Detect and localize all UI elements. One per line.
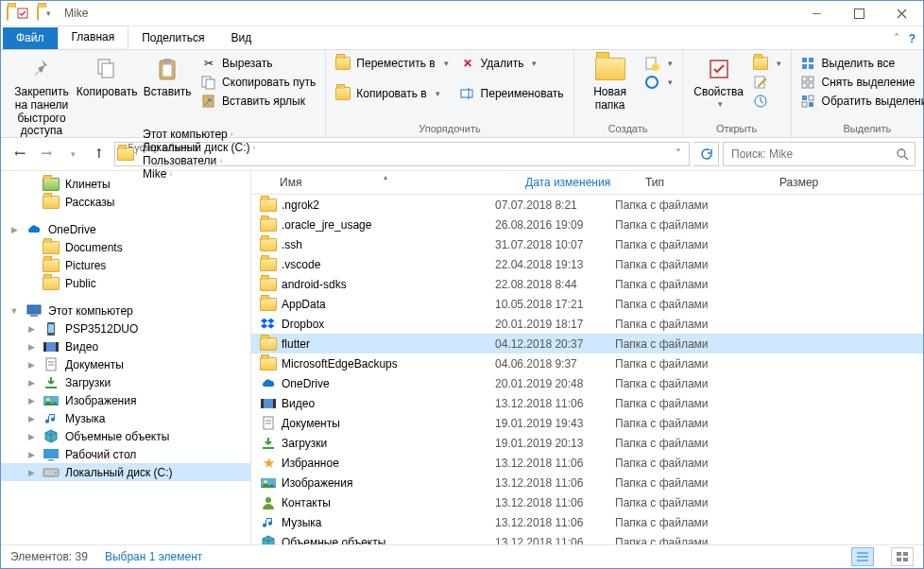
tree-item[interactable]: Public xyxy=(1,274,250,292)
file-row[interactable]: Контакты13.12.2018 11:06Папка с файлами xyxy=(251,492,923,512)
expand-icon[interactable]: ▶ xyxy=(26,360,37,370)
tree-item[interactable]: Клинеты xyxy=(1,175,250,193)
search-icon[interactable] xyxy=(896,147,909,161)
file-row[interactable]: android-sdks22.08.2018 8:44Папка с файла… xyxy=(251,274,923,294)
view-details-button[interactable] xyxy=(851,547,874,566)
copy-to-button[interactable]: Копировать в▾ xyxy=(334,84,450,103)
view-icons-button[interactable] xyxy=(891,547,914,566)
copy-button[interactable]: Копировать xyxy=(77,52,137,101)
delete-button[interactable]: ✕Удалить▾ xyxy=(458,54,566,73)
tree-item[interactable]: ▶Музыка xyxy=(1,409,250,427)
new-folder-button[interactable]: Новая папка xyxy=(580,52,641,114)
chevron-right-icon[interactable]: › xyxy=(231,129,233,139)
search-input[interactable] xyxy=(723,142,915,166)
tab-view[interactable]: Вид xyxy=(217,27,265,49)
new-item-button[interactable]: ▾ xyxy=(642,54,675,73)
copy-path-button[interactable]: Скопировать путь xyxy=(199,73,317,92)
easy-access-button[interactable]: ▾ xyxy=(642,73,675,92)
refresh-button[interactable] xyxy=(693,142,719,166)
col-name[interactable]: Имя xyxy=(251,176,520,189)
expand-icon[interactable]: ▶ xyxy=(26,432,37,441)
crumb[interactable]: Этот компьютер › xyxy=(139,128,260,141)
crumb[interactable]: Пользователи › xyxy=(139,154,260,167)
up-button[interactable]: 🠕 xyxy=(88,143,111,165)
expand-icon[interactable]: ▶ xyxy=(26,342,37,352)
tab-home[interactable]: Главная xyxy=(58,26,129,49)
expand-icon[interactable]: ▶ xyxy=(26,396,37,405)
close-button[interactable] xyxy=(881,1,923,26)
file-row[interactable]: Изображения13.12.2018 11:06Папка с файла… xyxy=(251,473,923,492)
cut-button[interactable]: ✂Вырезать xyxy=(199,54,317,73)
col-size[interactable]: Размер xyxy=(774,176,861,189)
breadcrumb[interactable]: › Этот компьютер ›Локальный диск (C:) ›П… xyxy=(114,142,690,166)
properties-button[interactable]: Свойства▾ xyxy=(689,52,749,111)
file-row[interactable]: .ngrok207.07.2018 8:21Папка с файлами xyxy=(251,195,923,215)
address-dropdown-icon[interactable]: ˅ xyxy=(670,147,687,161)
expand-icon[interactable]: ▶ xyxy=(9,225,20,234)
tree-item[interactable]: Рассказы xyxy=(1,193,250,211)
nav-tree[interactable]: КлинетыРассказы▶OneDriveDocumentsPicture… xyxy=(1,171,251,544)
chevron-right-icon[interactable]: › xyxy=(135,149,138,159)
recent-button[interactable]: ▾ xyxy=(61,143,84,165)
paste-shortcut-button[interactable]: Вставить ярлык xyxy=(199,92,317,111)
move-to-button[interactable]: Переместить в▾ xyxy=(334,54,450,73)
expand-icon[interactable]: ▶ xyxy=(26,378,37,388)
qat-props-icon[interactable] xyxy=(16,7,29,20)
col-type[interactable]: Тип xyxy=(640,176,774,189)
file-row[interactable]: Музыка13.12.2018 11:06Папка с файлами xyxy=(251,512,923,532)
qat-dropdown-icon[interactable]: ▾ xyxy=(46,9,51,18)
file-row[interactable]: Видео13.12.2018 11:06Папка с файлами xyxy=(251,393,923,413)
file-row[interactable]: Документы19.01.2019 19:43Папка с файлами xyxy=(251,413,923,433)
file-row[interactable]: ★Избранное13.12.2018 11:06Папка с файлам… xyxy=(251,453,923,473)
forward-button[interactable]: 🠖 xyxy=(35,143,58,165)
expand-icon[interactable]: ▶ xyxy=(26,414,37,423)
file-row[interactable]: .ssh31.07.2018 10:07Папка с файлами xyxy=(251,234,923,254)
back-button[interactable]: 🠔 xyxy=(9,143,31,165)
file-row[interactable]: AppData10.05.2018 17:21Папка с файлами xyxy=(251,294,923,314)
open-button[interactable]: ▾ xyxy=(751,54,783,73)
expand-icon[interactable]: ▼ xyxy=(9,306,20,316)
tree-item[interactable]: ▶Объемные объекты xyxy=(1,427,250,445)
expand-icon[interactable]: ▶ xyxy=(26,450,37,459)
edit-button[interactable] xyxy=(751,73,783,92)
pin-quickaccess-button[interactable]: Закрепить на панели быстрого доступа xyxy=(7,52,77,140)
file-row[interactable]: Объемные объекты13.12.2018 11:06Папка с … xyxy=(251,532,923,544)
file-row[interactable]: .oracle_jre_usage26.08.2016 19:09Папка с… xyxy=(251,215,923,234)
help-icon[interactable]: ? xyxy=(909,32,915,45)
file-row[interactable]: Dropbox20.01.2019 18:17Папка с файлами xyxy=(251,314,923,334)
tab-file[interactable]: Файл xyxy=(3,27,58,49)
tree-item[interactable]: ▶PSP3512DUO xyxy=(1,319,250,337)
invert-selection-button[interactable]: Обратить выделение xyxy=(799,92,924,111)
file-rows[interactable]: .ngrok207.07.2018 8:21Папка с файлами.or… xyxy=(251,195,923,544)
file-row[interactable]: OneDrive20.01.2019 20:48Папка с файлами xyxy=(251,373,923,393)
paste-button[interactable]: Вставить xyxy=(137,52,197,101)
chevron-right-icon[interactable]: › xyxy=(219,156,222,165)
tree-item[interactable]: Documents xyxy=(1,238,250,256)
file-row[interactable]: .vscode22.04.2018 19:13Папка с файлами xyxy=(251,254,923,274)
tree-item[interactable]: ▶Документы xyxy=(1,355,250,373)
tree-item[interactable]: Pictures xyxy=(1,256,250,274)
tree-item[interactable]: ▶Изображения xyxy=(1,391,250,409)
file-row[interactable]: Загрузки19.01.2019 20:13Папка с файлами xyxy=(251,433,923,453)
chevron-up-icon[interactable]: ˄ xyxy=(894,32,899,45)
qat-newfolder-icon[interactable] xyxy=(37,7,39,20)
tree-item[interactable]: ▼Этот компьютер xyxy=(1,302,250,319)
minimize-button[interactable]: ─ xyxy=(796,1,838,26)
crumb[interactable]: Локальный диск (C:) › xyxy=(139,141,260,154)
history-button[interactable] xyxy=(751,92,783,111)
maximize-button[interactable] xyxy=(838,1,881,26)
column-headers[interactable]: Имя Дата изменения Тип Размер xyxy=(251,171,923,195)
tab-share[interactable]: Поделиться xyxy=(128,27,217,49)
tree-item[interactable]: ▶Загрузки xyxy=(1,373,250,391)
rename-button[interactable]: Переименовать xyxy=(458,84,566,103)
tree-item[interactable]: ▶Видео xyxy=(1,337,250,355)
select-none-button[interactable]: Снять выделение xyxy=(799,73,924,92)
file-row[interactable]: MicrosoftEdgeBackups04.06.2018 9:37Папка… xyxy=(251,353,923,373)
expand-icon[interactable]: ▶ xyxy=(26,468,37,477)
chevron-right-icon[interactable]: › xyxy=(253,143,256,152)
tree-item[interactable]: ▶Локальный диск (C:) xyxy=(1,463,250,481)
tree-item[interactable]: ▶OneDrive xyxy=(1,220,250,238)
expand-icon[interactable]: ▶ xyxy=(26,324,37,334)
tree-item[interactable]: ▶Рабочий стол xyxy=(1,445,250,463)
file-row[interactable]: flutter04.12.2018 20:37Папка с файлами xyxy=(251,334,923,353)
